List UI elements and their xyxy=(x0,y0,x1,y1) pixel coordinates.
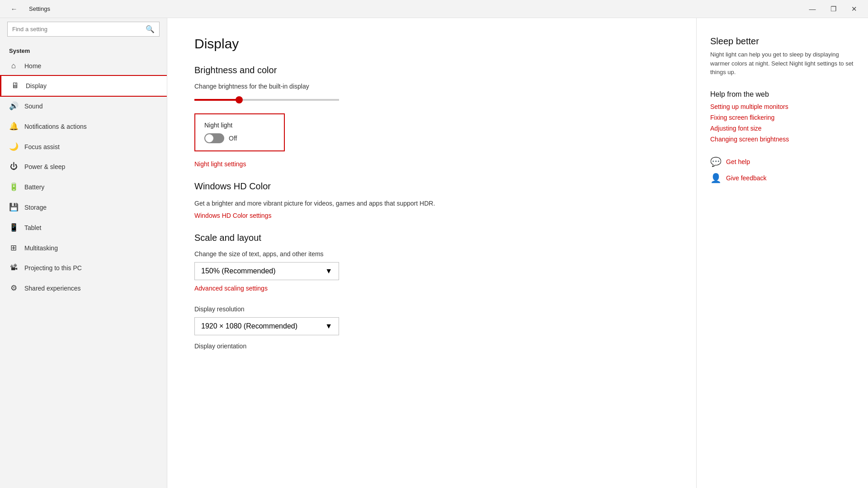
sidebar-item-label: Projecting to this PC xyxy=(24,264,82,272)
help-link-font[interactable]: Adjusting font size xyxy=(710,125,854,132)
hd-color-link[interactable]: Windows HD Color settings xyxy=(194,212,669,219)
sidebar-item-tablet[interactable]: 📱 Tablet xyxy=(0,217,167,238)
notifications-icon: 🔔 xyxy=(9,122,18,131)
battery-icon: 🔋 xyxy=(9,182,18,192)
titlebar: ← Settings — ❐ ✕ xyxy=(0,0,868,18)
sleep-desc: Night light can help you get to sleep by… xyxy=(710,50,854,77)
toggle-row: Off xyxy=(204,133,275,143)
sidebar-item-sound[interactable]: 🔊 Sound xyxy=(0,96,167,116)
sidebar-item-focus[interactable]: 🌙 Focus assist xyxy=(0,136,167,157)
search-icon: 🔍 xyxy=(146,25,155,33)
brightness-slider-wrap xyxy=(194,94,669,103)
home-icon: ⌂ xyxy=(9,61,18,70)
advanced-scaling-link[interactable]: Advanced scaling settings xyxy=(194,285,669,292)
help-link-monitors[interactable]: Setting up multiple monitors xyxy=(710,103,854,110)
window-controls: — ❐ ✕ xyxy=(802,0,864,18)
scale-section-title: Scale and layout xyxy=(194,233,669,243)
give-feedback-button[interactable]: 👤 Give feedback xyxy=(710,170,854,186)
night-light-settings-link[interactable]: Night light settings xyxy=(194,160,669,168)
sound-icon: 🔊 xyxy=(9,101,18,111)
help-actions: 💬 Get help 👤 Give feedback xyxy=(710,154,854,186)
focus-icon: 🌙 xyxy=(9,142,18,151)
maximize-button[interactable]: ❐ xyxy=(823,0,844,18)
sidebar-section-label: System xyxy=(0,44,167,56)
resolution-dropdown[interactable]: 868 × 488 (Recommended) ▼ xyxy=(194,317,339,335)
sidebar-item-multitasking[interactable]: ⊞ Multitasking xyxy=(0,238,167,258)
sidebar-item-label: Display xyxy=(26,82,47,89)
night-light-toggle-label: Off xyxy=(229,135,237,142)
get-help-button[interactable]: 💬 Get help xyxy=(710,154,854,170)
shared-icon: ⚙ xyxy=(9,283,18,293)
sidebar-item-label: Sound xyxy=(24,103,42,110)
sidebar-item-label: Notifications & actions xyxy=(24,123,87,130)
give-feedback-label: Give feedback xyxy=(726,174,767,182)
brightness-slider[interactable] xyxy=(194,99,339,101)
app-title: Settings xyxy=(29,5,50,12)
search-input[interactable] xyxy=(12,26,146,33)
night-light-label: Night light xyxy=(204,122,275,129)
hd-desc: Get a brighter and more vibrant picture … xyxy=(194,199,669,208)
app-body: 🔍 System ⌂ Home 🖥 Display 🔊 Sound 🔔 Noti… xyxy=(0,18,868,488)
sidebar-item-home[interactable]: ⌂ Home xyxy=(0,56,167,76)
sidebar-item-label: Tablet xyxy=(24,224,41,231)
sidebar-item-label: Multitasking xyxy=(24,244,58,252)
sidebar-item-label: Home xyxy=(24,62,41,70)
main-content: Display Brightness and color Change brig… xyxy=(167,18,696,488)
give-feedback-icon: 👤 xyxy=(710,173,722,183)
sidebar-item-notifications[interactable]: 🔔 Notifications & actions xyxy=(0,116,167,136)
resolution-value: 868 × 488 (Recommended) xyxy=(201,322,297,330)
sidebar-item-display[interactable]: 🖥 Display xyxy=(0,76,167,96)
get-help-icon: 💬 xyxy=(710,156,722,167)
sidebar-item-storage[interactable]: 💾 Storage xyxy=(0,197,167,217)
hd-color-section-title: Windows HD Color xyxy=(194,181,669,192)
power-icon: ⏻ xyxy=(9,162,18,171)
resolution-label: Display resolution xyxy=(194,305,669,313)
night-light-toggle[interactable] xyxy=(204,133,224,143)
multitasking-icon: ⊞ xyxy=(9,243,18,253)
back-button[interactable]: ← xyxy=(4,0,24,18)
toggle-knob xyxy=(205,134,213,142)
brightness-section-title: Brightness and color xyxy=(194,65,669,75)
scale-dropdown[interactable]: 150% (Recommended) ▼ xyxy=(194,262,339,280)
sidebar-item-projecting[interactable]: 📽 Projecting to this PC xyxy=(0,258,167,278)
projecting-icon: 📽 xyxy=(9,263,18,272)
scale-value: 150% (Recommended) xyxy=(201,267,276,275)
minimize-button[interactable]: — xyxy=(802,0,823,18)
chevron-down-icon: ▼ xyxy=(325,322,332,330)
sidebar-item-label: Power & sleep xyxy=(24,163,65,170)
sidebar-item-label: Shared experiences xyxy=(24,285,81,292)
brightness-label: Change brightness for the built-in displ… xyxy=(194,83,669,90)
help-web-title: Help from the web xyxy=(710,90,854,99)
get-help-label: Get help xyxy=(726,158,750,165)
orientation-label: Display orientation xyxy=(194,343,669,350)
search-box[interactable]: 🔍 xyxy=(7,22,160,37)
sleep-title: Sleep better xyxy=(710,36,854,47)
page-title: Display xyxy=(194,36,669,52)
storage-icon: 💾 xyxy=(9,202,18,212)
display-icon: 🖥 xyxy=(10,81,19,90)
sidebar-item-label: Battery xyxy=(24,183,44,191)
right-panel: Sleep better Night light can help you ge… xyxy=(696,18,868,488)
help-link-brightness[interactable]: Changing screen brightness xyxy=(710,136,854,143)
tablet-icon: 📱 xyxy=(9,223,18,232)
sidebar-item-label: Storage xyxy=(24,204,47,211)
sidebar-item-label: Focus assist xyxy=(24,143,60,150)
night-light-box: Night light Off xyxy=(194,113,285,151)
sidebar-item-battery[interactable]: 🔋 Battery xyxy=(0,177,167,197)
sidebar: 🔍 System ⌂ Home 🖥 Display 🔊 Sound 🔔 Noti… xyxy=(0,18,167,488)
scale-label: Change the size of text, apps, and other… xyxy=(194,250,669,258)
close-button[interactable]: ✕ xyxy=(844,0,864,18)
chevron-down-icon: ▼ xyxy=(325,267,332,275)
titlebar-left: ← Settings xyxy=(4,0,50,18)
sidebar-item-shared[interactable]: ⚙ Shared experiences xyxy=(0,278,167,298)
sidebar-item-power[interactable]: ⏻ Power & sleep xyxy=(0,157,167,177)
help-link-flickering[interactable]: Fixing screen flickering xyxy=(710,114,854,121)
